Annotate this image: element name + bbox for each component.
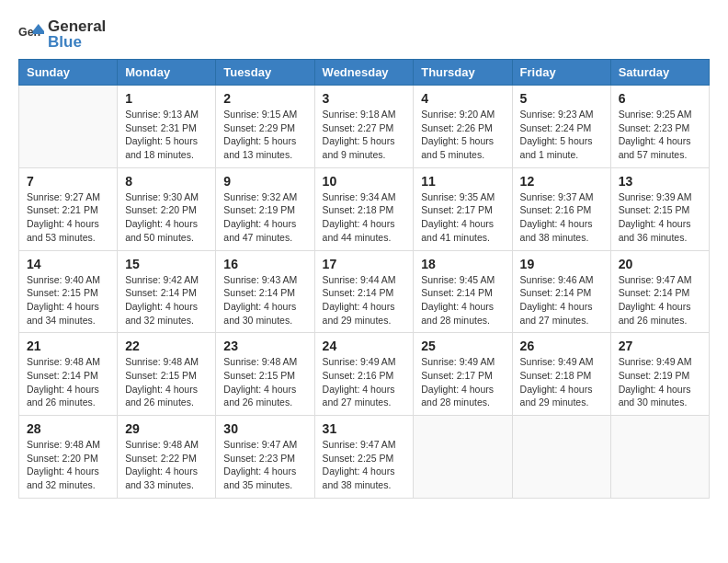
day-number: 11 (421, 174, 504, 189)
day-info: Sunrise: 9:47 AM Sunset: 2:25 PM Dayligh… (323, 438, 406, 492)
day-info: Sunrise: 9:48 AM Sunset: 2:20 PM Dayligh… (27, 438, 109, 492)
calendar-cell: 10Sunrise: 9:34 AM Sunset: 2:18 PM Dayli… (314, 167, 414, 250)
day-number: 30 (223, 421, 306, 436)
day-info: Sunrise: 9:49 AM Sunset: 2:19 PM Dayligh… (619, 355, 701, 409)
day-number: 8 (125, 174, 208, 189)
day-number: 12 (520, 174, 603, 189)
calendar-cell (414, 416, 512, 499)
calendar-cell: 16Sunrise: 9:43 AM Sunset: 2:14 PM Dayli… (216, 250, 314, 333)
day-info: Sunrise: 9:42 AM Sunset: 2:14 PM Dayligh… (125, 273, 208, 327)
day-info: Sunrise: 9:37 AM Sunset: 2:16 PM Dayligh… (520, 190, 603, 245)
weekday-header-thursday: Thursday (414, 60, 512, 86)
calendar-cell (19, 86, 118, 168)
calendar-cell: 1Sunrise: 9:13 AM Sunset: 2:31 PM Daylig… (118, 86, 216, 168)
day-number: 24 (323, 339, 406, 353)
day-number: 9 (223, 174, 306, 189)
calendar-cell (512, 416, 610, 499)
svg-rect-2 (33, 31, 44, 34)
day-number: 17 (323, 257, 406, 271)
weekday-header-tuesday: Tuesday (216, 60, 314, 86)
day-number: 21 (27, 339, 109, 353)
calendar-cell: 28Sunrise: 9:48 AM Sunset: 2:20 PM Dayli… (19, 416, 118, 499)
calendar-cell: 30Sunrise: 9:47 AM Sunset: 2:23 PM Dayli… (216, 416, 314, 499)
calendar-week-3: 14Sunrise: 9:40 AM Sunset: 2:15 PM Dayli… (19, 250, 710, 333)
day-number: 26 (520, 339, 603, 353)
logo-blue: Blue (48, 33, 82, 51)
day-number: 5 (520, 91, 603, 106)
page-header: Gen General Blue (18, 18, 710, 50)
calendar-cell: 29Sunrise: 9:48 AM Sunset: 2:22 PM Dayli… (118, 416, 216, 499)
calendar-cell: 13Sunrise: 9:39 AM Sunset: 2:15 PM Dayli… (610, 167, 709, 250)
day-info: Sunrise: 9:32 AM Sunset: 2:19 PM Dayligh… (223, 190, 306, 245)
calendar-week-5: 28Sunrise: 9:48 AM Sunset: 2:20 PM Dayli… (19, 416, 710, 499)
calendar-cell: 23Sunrise: 9:48 AM Sunset: 2:15 PM Dayli… (216, 333, 314, 416)
day-number: 20 (619, 257, 701, 271)
logo-icon: Gen (18, 21, 44, 47)
calendar-cell: 4Sunrise: 9:20 AM Sunset: 2:26 PM Daylig… (414, 86, 512, 168)
day-info: Sunrise: 9:20 AM Sunset: 2:26 PM Dayligh… (421, 108, 504, 162)
logo: Gen General Blue (18, 18, 106, 50)
day-info: Sunrise: 9:40 AM Sunset: 2:15 PM Dayligh… (27, 273, 109, 327)
calendar-cell: 9Sunrise: 9:32 AM Sunset: 2:19 PM Daylig… (216, 167, 314, 250)
calendar-cell: 5Sunrise: 9:23 AM Sunset: 2:24 PM Daylig… (512, 86, 610, 168)
calendar-cell: 14Sunrise: 9:40 AM Sunset: 2:15 PM Dayli… (19, 250, 118, 333)
calendar-cell: 19Sunrise: 9:46 AM Sunset: 2:14 PM Dayli… (512, 250, 610, 333)
calendar-cell: 20Sunrise: 9:47 AM Sunset: 2:14 PM Dayli… (610, 250, 709, 333)
day-number: 3 (323, 91, 406, 106)
calendar-cell: 31Sunrise: 9:47 AM Sunset: 2:25 PM Dayli… (314, 416, 414, 499)
day-info: Sunrise: 9:47 AM Sunset: 2:14 PM Dayligh… (619, 273, 701, 327)
day-number: 25 (421, 339, 504, 353)
day-info: Sunrise: 9:47 AM Sunset: 2:23 PM Dayligh… (223, 438, 306, 492)
calendar-week-2: 7Sunrise: 9:27 AM Sunset: 2:21 PM Daylig… (19, 167, 710, 250)
calendar-cell: 27Sunrise: 9:49 AM Sunset: 2:19 PM Dayli… (610, 333, 709, 416)
calendar-cell: 17Sunrise: 9:44 AM Sunset: 2:14 PM Dayli… (314, 250, 414, 333)
calendar-cell: 2Sunrise: 9:15 AM Sunset: 2:29 PM Daylig… (216, 86, 314, 168)
day-number: 6 (619, 91, 701, 106)
day-info: Sunrise: 9:49 AM Sunset: 2:18 PM Dayligh… (520, 355, 603, 409)
day-info: Sunrise: 9:48 AM Sunset: 2:22 PM Dayligh… (125, 438, 208, 492)
day-number: 14 (27, 257, 109, 271)
day-number: 7 (27, 174, 109, 189)
calendar-cell: 22Sunrise: 9:48 AM Sunset: 2:15 PM Dayli… (118, 333, 216, 416)
calendar-cell: 24Sunrise: 9:49 AM Sunset: 2:16 PM Dayli… (314, 333, 414, 416)
day-number: 10 (323, 174, 406, 189)
day-info: Sunrise: 9:44 AM Sunset: 2:14 PM Dayligh… (323, 273, 406, 327)
day-info: Sunrise: 9:49 AM Sunset: 2:16 PM Dayligh… (323, 355, 406, 409)
weekday-header-saturday: Saturday (610, 60, 709, 86)
day-number: 2 (223, 91, 306, 106)
day-number: 15 (125, 257, 208, 271)
day-number: 29 (125, 421, 208, 436)
day-info: Sunrise: 9:39 AM Sunset: 2:15 PM Dayligh… (619, 190, 701, 245)
day-number: 22 (125, 339, 208, 353)
calendar-cell: 12Sunrise: 9:37 AM Sunset: 2:16 PM Dayli… (512, 167, 610, 250)
day-info: Sunrise: 9:48 AM Sunset: 2:15 PM Dayligh… (223, 355, 306, 409)
calendar-cell: 6Sunrise: 9:25 AM Sunset: 2:23 PM Daylig… (610, 86, 709, 168)
day-info: Sunrise: 9:48 AM Sunset: 2:14 PM Dayligh… (27, 355, 109, 409)
weekday-header-wednesday: Wednesday (314, 60, 414, 86)
day-number: 27 (619, 339, 701, 353)
calendar-cell (610, 416, 709, 499)
day-number: 13 (619, 174, 701, 189)
day-info: Sunrise: 9:34 AM Sunset: 2:18 PM Dayligh… (323, 190, 406, 245)
calendar-week-1: 1Sunrise: 9:13 AM Sunset: 2:31 PM Daylig… (19, 86, 710, 168)
calendar-cell: 25Sunrise: 9:49 AM Sunset: 2:17 PM Dayli… (414, 333, 512, 416)
day-info: Sunrise: 9:35 AM Sunset: 2:17 PM Dayligh… (421, 190, 504, 245)
day-number: 4 (421, 91, 504, 106)
calendar-cell: 21Sunrise: 9:48 AM Sunset: 2:14 PM Dayli… (19, 333, 118, 416)
day-info: Sunrise: 9:46 AM Sunset: 2:14 PM Dayligh… (520, 273, 603, 327)
day-info: Sunrise: 9:15 AM Sunset: 2:29 PM Dayligh… (223, 108, 306, 162)
day-info: Sunrise: 9:27 AM Sunset: 2:21 PM Dayligh… (27, 190, 109, 245)
day-number: 28 (27, 421, 109, 436)
calendar-cell: 7Sunrise: 9:27 AM Sunset: 2:21 PM Daylig… (19, 167, 118, 250)
calendar-cell: 3Sunrise: 9:18 AM Sunset: 2:27 PM Daylig… (314, 86, 414, 168)
calendar-cell: 15Sunrise: 9:42 AM Sunset: 2:14 PM Dayli… (118, 250, 216, 333)
calendar-cell: 8Sunrise: 9:30 AM Sunset: 2:20 PM Daylig… (118, 167, 216, 250)
day-info: Sunrise: 9:13 AM Sunset: 2:31 PM Dayligh… (125, 108, 208, 162)
day-number: 18 (421, 257, 504, 271)
day-info: Sunrise: 9:49 AM Sunset: 2:17 PM Dayligh… (421, 355, 504, 409)
day-info: Sunrise: 9:18 AM Sunset: 2:27 PM Dayligh… (323, 108, 406, 162)
weekday-header-monday: Monday (118, 60, 216, 86)
day-number: 23 (223, 339, 306, 353)
calendar-header-row: SundayMondayTuesdayWednesdayThursdayFrid… (19, 60, 710, 86)
day-info: Sunrise: 9:25 AM Sunset: 2:23 PM Dayligh… (619, 108, 701, 162)
